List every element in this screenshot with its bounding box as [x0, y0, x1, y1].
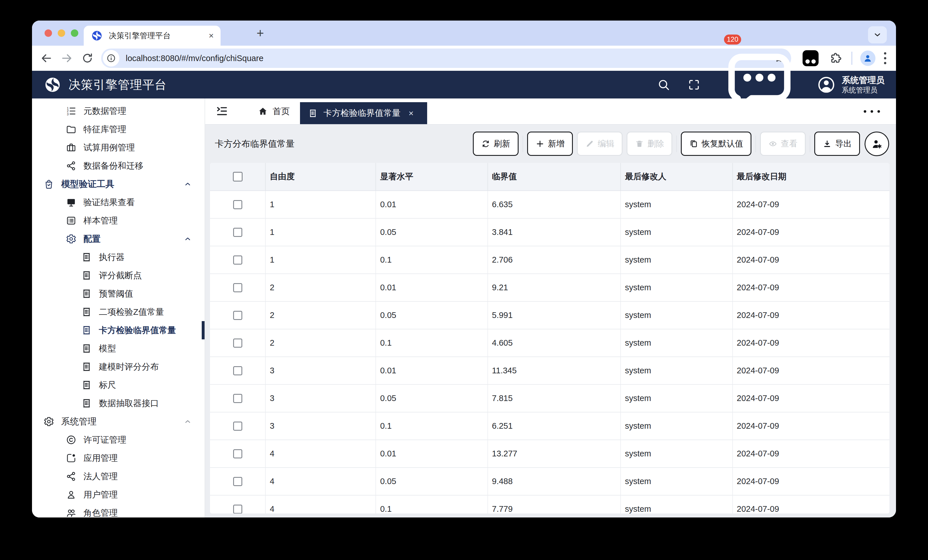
sidebar-group-model-validate[interactable]: 模型验证工具 [32, 175, 205, 193]
refresh-button[interactable]: 刷新 [473, 132, 519, 156]
sidebar-item-chi-square[interactable]: 卡方检验临界值常量 [32, 321, 205, 339]
toolbar-group-divider [810, 135, 810, 152]
table-cell: 2024-07-09 [733, 412, 890, 440]
row-checkbox[interactable] [233, 449, 242, 458]
table-row[interactable]: 40.0113.277system2024-07-09 [210, 440, 890, 467]
sidebar-item-application[interactable]: 应用管理 [32, 449, 205, 467]
row-checkbox[interactable] [233, 477, 242, 486]
row-checkbox[interactable] [233, 311, 242, 320]
select-all-checkbox[interactable] [233, 172, 243, 181]
user-info[interactable]: 系统管理员 系统管理员 [842, 75, 885, 94]
table-cell: 2024-07-09 [733, 357, 890, 385]
forward-button[interactable] [61, 52, 73, 64]
sidebar-item-legal-entity[interactable]: 法人管理 [32, 467, 205, 485]
address-bar[interactable]: localhost:8080/#/mv/config/chiSquare [101, 49, 791, 68]
table-row[interactable]: 10.016.635system2024-07-09 [210, 191, 890, 218]
sidebar-item-validate-result[interactable]: 验证结果查看 [32, 193, 205, 212]
user-name: 系统管理员 [842, 75, 885, 86]
sidebar-item-sample[interactable]: 样本管理 [32, 212, 205, 230]
search-icon[interactable] [657, 78, 670, 91]
briefcase-icon [66, 142, 76, 153]
table-row[interactable]: 10.053.841system2024-07-09 [210, 218, 890, 246]
sidebar-item-trial-case[interactable]: 试算用例管理 [32, 138, 205, 157]
table-row[interactable]: 20.14.605system2024-07-09 [210, 329, 890, 357]
restore-defaults-button[interactable]: 恢复默认值 [681, 132, 751, 156]
minimize-window-button[interactable] [58, 29, 65, 37]
row-checkbox[interactable] [233, 200, 242, 209]
table-row[interactable]: 30.057.815system2024-07-09 [210, 385, 890, 412]
table-cell: 2024-07-09 [733, 440, 890, 467]
sidebar-item-license[interactable]: 许可证管理 [32, 431, 205, 449]
row-checkbox[interactable] [233, 394, 242, 403]
row-checkbox[interactable] [233, 338, 242, 348]
content-area: 首页 卡方检验临界值常量 × 卡方分布临界值常量 刷新新增编辑删除恢复默认值查看… [205, 99, 896, 517]
sidebar-item-model[interactable]: 模型 [32, 339, 205, 358]
fullscreen-icon[interactable] [687, 78, 701, 91]
sidebar-item-backup[interactable]: 数据备份和迁移 [32, 157, 205, 175]
new-tab-button[interactable]: + [256, 27, 264, 40]
user-avatar[interactable] [817, 76, 835, 94]
profile-person-icon [862, 53, 873, 63]
table-row[interactable]: 30.16.251system2024-07-09 [210, 412, 890, 440]
page-title: 卡方分布临界值常量 [215, 138, 295, 150]
table-row[interactable]: 40.17.779system2024-07-09 [210, 495, 890, 514]
row-checkbox[interactable] [233, 422, 242, 431]
view-button[interactable]: 查看 [760, 132, 806, 156]
receipt-icon [81, 380, 92, 391]
sidebar-item-label: 模型验证工具 [61, 178, 114, 190]
extension-button[interactable] [803, 50, 818, 66]
table-row[interactable]: 20.055.991system2024-07-09 [210, 301, 890, 329]
table-row[interactable]: 30.0111.345system2024-07-09 [210, 357, 890, 385]
column-settings-button[interactable] [865, 132, 889, 156]
sidebar-item-binomial-z[interactable]: 二项检验Z值常量 [32, 303, 205, 321]
browser-profile-button[interactable] [860, 50, 875, 66]
tab-options-button[interactable] [864, 110, 880, 113]
sidebar-item-label: 许可证管理 [84, 434, 126, 446]
table-cell: 2024-07-09 [733, 329, 890, 357]
edit-button[interactable]: 编辑 [577, 132, 623, 156]
user-role: 系统管理员 [842, 86, 885, 94]
row-checkbox[interactable] [233, 366, 242, 375]
extensions-puzzle-icon[interactable] [829, 52, 842, 65]
breadcrumb-home[interactable]: 首页 [253, 106, 290, 117]
sidebar-item-label: 验证结果查看 [84, 197, 135, 208]
sidebar-item-score-dist[interactable]: 建模时评分分布 [32, 358, 205, 376]
sidebar-item-feature-lib[interactable]: 特征库管理 [32, 120, 205, 138]
column-header: 最后修改人 [621, 163, 732, 191]
sidebar-item-ruler[interactable]: 标尺 [32, 376, 205, 394]
active-page-tab[interactable]: 卡方检验临界值常量 × [300, 102, 427, 124]
table-row[interactable]: 40.059.488system2024-07-09 [210, 467, 890, 495]
close-window-button[interactable] [44, 29, 52, 37]
collapse-sidebar-icon[interactable] [215, 105, 229, 118]
sidebar-item-executor[interactable]: 执行器 [32, 248, 205, 266]
sidebar-item-user[interactable]: 用户管理 [32, 485, 205, 504]
export-button[interactable]: 导出 [814, 132, 860, 156]
site-info-chip[interactable] [103, 50, 119, 67]
sidebar-item-role[interactable]: 角色管理 [32, 504, 205, 517]
browser-menu-button[interactable] [884, 52, 886, 64]
sidebar-item-alert-threshold[interactable]: 预警阈值 [32, 285, 205, 303]
browser-tab[interactable]: 决策引擎管理平台 × [84, 26, 221, 46]
row-checkbox[interactable] [233, 505, 242, 514]
delete-button[interactable]: 删除 [627, 132, 672, 156]
table-row[interactable]: 20.019.21system2024-07-09 [210, 274, 890, 301]
sidebar-item-score-cutoff[interactable]: 评分截断点 [32, 266, 205, 285]
add-button[interactable]: 新增 [527, 132, 573, 156]
sidebar-item-extractor-api[interactable]: 数据抽取器接口 [32, 394, 205, 412]
table-actions: 刷新新增编辑删除恢复默认值查看导出 [469, 132, 889, 156]
page-tab-close-icon[interactable]: × [409, 109, 414, 117]
sidebar-item-metadata[interactable]: 123元数据管理 [32, 102, 205, 120]
sidebar-group-system[interactable]: 系统管理 [32, 412, 205, 431]
back-button[interactable] [40, 52, 53, 64]
zoom-window-button[interactable] [71, 29, 78, 37]
tab-search-button[interactable] [868, 26, 887, 43]
row-checkbox[interactable] [233, 228, 242, 237]
tab-close-icon[interactable]: × [209, 31, 214, 40]
url-text[interactable]: localhost:8080/#/mv/config/chiSquare [126, 54, 774, 63]
reload-button[interactable] [81, 52, 94, 64]
table-row[interactable]: 10.12.706system2024-07-09 [210, 246, 890, 274]
sidebar-group-config[interactable]: 配置 [32, 230, 205, 248]
row-checkbox[interactable] [233, 283, 242, 292]
row-checkbox[interactable] [233, 256, 242, 265]
app-logo-swirl-icon [44, 76, 61, 93]
